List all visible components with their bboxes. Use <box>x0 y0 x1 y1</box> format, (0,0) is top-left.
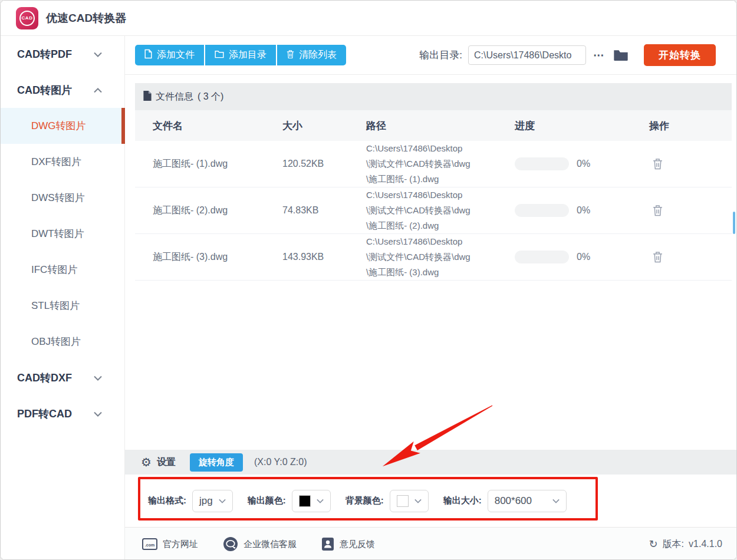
app-logo-icon: CAD <box>16 7 38 29</box>
output-directory-label: 输出目录: <box>419 48 462 62</box>
sidebar-item-obj-to-image[interactable]: OBJ转图片 <box>1 324 124 360</box>
sidebar: CAD转PDF CAD转图片 DWG转图片 DXF转图片 DWS转图片 DWT转… <box>1 36 125 560</box>
sidebar-item-dws-to-image[interactable]: DWS转图片 <box>1 180 124 216</box>
chevron-down-icon <box>414 499 422 503</box>
color-swatch <box>397 495 409 507</box>
col-operation: 操作 <box>649 119 732 133</box>
cell-path: C:\Users\17486\Desktop \测试文件\CAD转换器\dwg … <box>366 187 515 233</box>
file-count: ( 3 个) <box>198 91 223 103</box>
open-folder-button[interactable] <box>613 49 629 61</box>
color-swatch <box>299 495 311 507</box>
chevron-down-icon <box>317 499 324 503</box>
sidebar-item-label: DWG转图片 <box>31 119 86 133</box>
sidebar-item-ifc-to-image[interactable]: IFC转图片 <box>1 252 124 288</box>
titlebar: CAD 优速CAD转换器 <box>1 1 736 36</box>
sidebar-item-label: DWT转图片 <box>31 227 84 241</box>
footer: .com 官方网址 企业微信客服 意见反馈 ↻ 版本: v1.4.1.0 <box>125 527 737 560</box>
table-row: 施工图纸- (3).dwg 143.93KB C:\Users\17486\De… <box>135 234 732 281</box>
refresh-icon[interactable]: ↻ <box>649 538 658 551</box>
cell-size: 120.52KB <box>282 159 366 169</box>
sidebar-item-label: DWS转图片 <box>31 191 85 205</box>
output-size-select[interactable]: 800*600 <box>488 490 567 512</box>
chevron-down-icon <box>94 48 102 60</box>
output-color-select[interactable] <box>292 490 331 512</box>
sidebar-item-dxf-to-image[interactable]: DXF转图片 <box>1 144 124 180</box>
cell-filename: 施工图纸- (1).dwg <box>135 158 282 170</box>
sidebar-group-label: CAD转DXF <box>17 371 72 385</box>
active-indicator-bar <box>121 108 125 144</box>
add-directory-button[interactable]: 添加目录 <box>205 45 276 65</box>
rotate-angle-button[interactable]: 旋转角度 <box>190 453 243 472</box>
sidebar-item-dwg-to-image[interactable]: DWG转图片 <box>1 108 124 144</box>
folder-icon <box>613 49 629 61</box>
gear-icon: ⚙ <box>141 455 152 469</box>
progress-bar <box>515 157 569 170</box>
app-title: 优速CAD转换器 <box>46 11 126 26</box>
version-label: 版本: <box>663 538 684 551</box>
chevron-down-icon <box>94 407 102 420</box>
browse-more-button[interactable]: ⋯ <box>591 47 607 63</box>
settings-label: 设置 <box>157 456 176 469</box>
trash-icon <box>653 251 663 263</box>
progress-bar <box>515 204 569 217</box>
clear-list-label: 清除列表 <box>299 49 337 61</box>
background-color-label: 背景颜色: <box>346 495 384 506</box>
delete-row-button[interactable] <box>649 158 663 170</box>
sidebar-group-label: PDF转CAD <box>17 407 72 421</box>
col-progress: 进度 <box>515 119 649 133</box>
add-directory-label: 添加目录 <box>229 49 266 61</box>
folder-icon <box>215 50 224 61</box>
clear-list-button[interactable]: 清除列表 <box>277 45 346 65</box>
sidebar-item-stl-to-image[interactable]: STL转图片 <box>1 288 124 324</box>
background-color-select[interactable] <box>390 490 429 512</box>
cell-progress: 0% <box>515 157 649 170</box>
output-directory-input[interactable] <box>468 45 586 65</box>
sidebar-item-cad-to-image[interactable]: CAD转图片 <box>1 72 124 108</box>
version-value: v1.4.1.0 <box>689 539 722 549</box>
delete-row-button[interactable] <box>649 205 663 216</box>
col-size: 大小 <box>282 119 366 133</box>
svg-text:.com: .com <box>145 543 154 547</box>
trash-icon <box>653 205 663 216</box>
scrollbar-thumb[interactable] <box>733 212 735 234</box>
feedback-label: 意见反馈 <box>340 539 375 550</box>
progress-bar <box>515 251 569 263</box>
document-icon <box>143 91 152 103</box>
chevron-up-icon <box>94 84 102 96</box>
sidebar-item-label: IFC转图片 <box>31 263 77 276</box>
output-directory-group: 输出目录: ⋯ 开始转换 <box>419 44 716 66</box>
output-format-select[interactable]: jpg <box>192 490 233 512</box>
trash-icon <box>653 158 663 170</box>
output-options-row: 输出格式: jpg 输出颜色: 背景颜色: 输出大小: 800*600 <box>125 475 737 527</box>
output-color-label: 输出颜色: <box>248 495 286 506</box>
cell-size: 143.93KB <box>282 252 366 262</box>
main-area: 添加文件 添加目录 清除列表 输出目录: ⋯ <box>125 36 737 560</box>
wechat-service-link[interactable]: 企业微信客服 <box>223 536 297 552</box>
cell-size: 74.83KB <box>282 205 366 216</box>
sidebar-item-cad-to-dxf[interactable]: CAD转DXF <box>1 360 124 396</box>
feedback-link[interactable]: 意见反馈 <box>321 537 375 551</box>
file-info-title: 文件信息 <box>156 91 193 103</box>
sidebar-item-dwt-to-image[interactable]: DWT转图片 <box>1 216 124 252</box>
app-window: CAD 优速CAD转换器 ✕ CAD转PDF CAD转图片 DWG转图片 <box>0 0 737 560</box>
start-convert-button[interactable]: 开始转换 <box>644 44 716 66</box>
official-website-link[interactable]: .com 官方网址 <box>142 538 198 550</box>
official-website-label: 官方网址 <box>163 539 198 550</box>
toolbar: 添加文件 添加目录 清除列表 输出目录: ⋯ <box>125 36 737 75</box>
sidebar-group-label: CAD转图片 <box>17 83 72 97</box>
delete-row-button[interactable] <box>649 251 663 263</box>
sidebar-item-pdf-to-cad[interactable]: PDF转CAD <box>1 396 124 431</box>
sidebar-item-cad-to-pdf[interactable]: CAD转PDF <box>1 36 124 72</box>
wechat-service-label: 企业微信客服 <box>244 539 297 550</box>
progress-percent: 0% <box>577 205 590 216</box>
file-icon <box>144 49 152 61</box>
output-format-value: jpg <box>199 495 213 507</box>
chevron-down-icon <box>94 371 102 384</box>
output-size-label: 输出大小: <box>443 495 482 506</box>
logo-text: CAD <box>22 15 33 21</box>
chevron-down-icon <box>219 499 226 503</box>
cell-filename: 施工图纸- (3).dwg <box>135 251 282 263</box>
file-info-header: 文件信息 ( 3 个) <box>135 83 732 110</box>
add-file-button[interactable]: 添加文件 <box>135 45 204 65</box>
version-info: ↻ 版本: v1.4.1.0 <box>649 538 722 551</box>
